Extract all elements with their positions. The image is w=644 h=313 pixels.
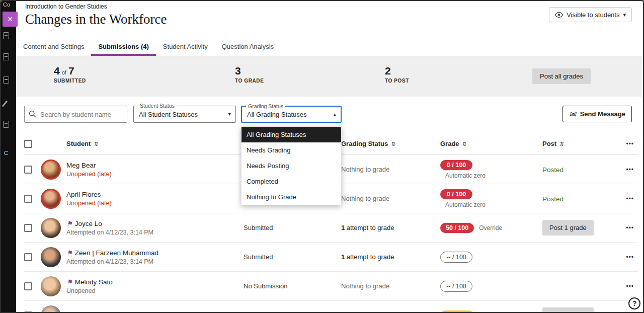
stat-to-grade: 3 TO GRADE xyxy=(235,65,264,84)
grading-status-cell: Nothing to grade xyxy=(341,195,440,202)
collapsed-side-panel: Co C xyxy=(1,1,16,312)
menu-option-completed[interactable]: Completed xyxy=(242,174,341,189)
grade-cell: 70 / 100 xyxy=(440,310,542,312)
row-checkbox[interactable] xyxy=(24,311,32,312)
posted-label: Posted xyxy=(542,166,564,174)
stats-bar: 4 of 7 SUBMITTED 3 TO GRADE 2 TO POST Po… xyxy=(16,56,643,97)
panel-pencil-icon xyxy=(2,101,8,107)
column-post[interactable]: Post xyxy=(542,140,618,147)
student-status-cell: Submitted xyxy=(244,253,341,261)
row-checkbox[interactable] xyxy=(24,195,32,203)
menu-option-all-grading-statuses[interactable]: All Grading Statuses xyxy=(242,127,341,142)
grade-pill[interactable]: 50 / 100 xyxy=(440,223,474,233)
student-name[interactable]: Zeen | Farzeen Muhammad xyxy=(66,249,244,257)
grading-status-cell: 1 attempt to grade xyxy=(341,224,440,231)
column-grading-status[interactable]: Grading Status xyxy=(341,140,440,147)
to-grade-label: TO GRADE xyxy=(235,78,264,84)
submission-detail: Unopened xyxy=(66,287,244,294)
student-status-select[interactable]: Student Status All Student Statuses xyxy=(133,106,236,123)
panel-text-fragment: C xyxy=(4,150,8,156)
flag-icon xyxy=(66,249,72,257)
send-message-label: Send Message xyxy=(580,110,625,118)
student-name[interactable]: April Flores xyxy=(66,191,244,198)
student-status-value: All Student Statuses xyxy=(139,111,198,118)
post-grade-button[interactable]: Post 1 grade xyxy=(542,220,594,236)
menu-option-nothing-to-grade[interactable]: Nothing to Grade xyxy=(242,189,341,205)
menu-option-needs-grading[interactable]: Needs Grading xyxy=(242,142,341,158)
grade-note: Automatic zero xyxy=(445,201,486,208)
send-message-button[interactable]: Send Message xyxy=(562,106,632,122)
select-all-checkbox[interactable] xyxy=(24,140,32,148)
student-status-label: Student Status xyxy=(138,103,177,109)
row-checkbox[interactable] xyxy=(24,253,32,261)
table-header-menu-button[interactable] xyxy=(622,138,638,149)
student-status-cell: No Submission xyxy=(244,282,341,290)
post-cell: Post 1 grade xyxy=(542,220,618,236)
assessment-page: Introduction to Gender Studies Changes i… xyxy=(16,1,643,312)
row-checkbox[interactable] xyxy=(24,282,32,290)
panel-document-icon xyxy=(3,32,9,39)
sort-icon xyxy=(93,140,98,147)
row-menu-button[interactable] xyxy=(622,309,638,312)
visibility-dropdown[interactable]: Visible to students xyxy=(549,7,632,22)
student-name[interactable]: Arden Tuomala xyxy=(66,311,244,312)
tab-submissions[interactable]: Submissions (4) xyxy=(91,37,155,56)
grade-pill[interactable]: -- / 100 xyxy=(440,281,472,292)
grade-cell: -- / 100 xyxy=(440,252,542,263)
avatar xyxy=(41,276,61,296)
grading-status-select[interactable]: Grading Status All Grading Statuses xyxy=(241,106,342,123)
grade-pill[interactable]: 70 / 100 xyxy=(440,310,474,312)
close-panel-button[interactable] xyxy=(3,12,18,27)
grade-pill[interactable]: 0 / 100 xyxy=(440,189,472,199)
row-checkbox[interactable] xyxy=(24,166,32,174)
posted-label: Posted xyxy=(542,195,564,203)
submission-detail: Attempted on 4/12/23, 3:14 PM xyxy=(66,258,244,265)
submitted-total: 7 xyxy=(68,65,74,77)
visibility-label: Visible to students xyxy=(567,11,619,19)
help-button[interactable]: ? xyxy=(628,297,640,309)
grade-pill[interactable]: -- / 100 xyxy=(440,252,472,263)
tab-question-analysis[interactable]: Question Analysis xyxy=(215,37,281,56)
sort-icon xyxy=(462,140,466,147)
student-name[interactable]: Meg Bear xyxy=(66,162,244,169)
student-name[interactable]: Joyce Lo xyxy=(66,220,244,227)
search-icon xyxy=(29,110,36,118)
grade-cell: -- / 100 xyxy=(440,281,542,292)
row-menu-button[interactable] xyxy=(622,251,638,263)
panel-document-icon xyxy=(3,76,9,84)
submission-detail: Unopened (late) xyxy=(66,171,244,178)
student-name[interactable]: Melody Sato xyxy=(66,278,244,286)
post-cell: Posted xyxy=(542,165,618,174)
tab-bar: Content and Settings Submissions (4) Stu… xyxy=(16,37,643,56)
grade-pill[interactable]: 0 / 100 xyxy=(440,160,472,170)
grade-note: Automatic zero xyxy=(445,172,486,179)
column-grade[interactable]: Grade xyxy=(440,140,542,147)
row-menu-button[interactable] xyxy=(622,164,638,175)
row-menu-button[interactable] xyxy=(622,193,638,204)
grading-status-cell: Nothing to grade xyxy=(341,166,440,173)
grade-note: Override xyxy=(479,224,502,231)
row-checkbox[interactable] xyxy=(24,224,32,232)
submission-detail: Attempted on 4/12/23, 3:14 PM xyxy=(66,229,244,236)
tab-student-activity[interactable]: Student Activity xyxy=(156,37,215,56)
app-window: Co C Introduction to Gender Studies Chan… xyxy=(0,0,644,313)
student-search xyxy=(24,106,127,123)
grading-status-cell: Nothing to grade xyxy=(341,282,440,290)
menu-option-needs-posting[interactable]: Needs Posting xyxy=(242,158,341,174)
submitted-label: SUBMITTED xyxy=(54,78,86,84)
post-grade-button[interactable]: Post 1 grade xyxy=(542,307,594,312)
grading-status-cell: 1 attempt to grade xyxy=(341,253,440,261)
submitted-count: 4 xyxy=(54,65,60,77)
table-row: Zeen | Farzeen Muhammad Attempted on 4/1… xyxy=(24,243,638,272)
row-menu-button[interactable] xyxy=(622,222,638,233)
tab-content-and-settings[interactable]: Content and Settings xyxy=(16,37,91,56)
panel-text-fragment: Co xyxy=(3,2,10,8)
eye-icon xyxy=(555,12,563,18)
avatar xyxy=(41,218,61,238)
column-student[interactable]: Student xyxy=(66,140,244,147)
search-input[interactable] xyxy=(24,106,127,123)
row-menu-button[interactable] xyxy=(622,280,638,292)
post-all-grades-button[interactable]: Post all grades xyxy=(532,68,591,84)
student-status-cell: Submitted xyxy=(244,311,341,312)
filter-bar: Student Status All Student Statuses Grad… xyxy=(16,97,643,133)
